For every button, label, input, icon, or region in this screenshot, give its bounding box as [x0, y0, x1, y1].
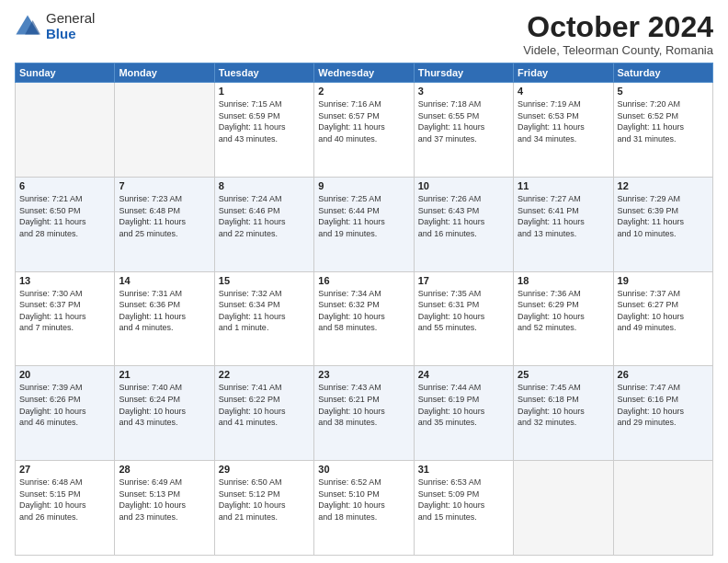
day-number: 4	[518, 86, 609, 97]
day-number: 30	[318, 464, 409, 475]
day-number: 13	[19, 275, 110, 286]
day-info: Sunrise: 7:37 AM Sunset: 6:27 PM Dayligh…	[618, 288, 709, 334]
table-row: 27Sunrise: 6:48 AM Sunset: 5:15 PM Dayli…	[16, 461, 115, 556]
day-info: Sunrise: 7:21 AM Sunset: 6:50 PM Dayligh…	[19, 193, 110, 239]
table-row: 10Sunrise: 7:26 AM Sunset: 6:43 PM Dayli…	[414, 177, 513, 271]
table-row: 24Sunrise: 7:44 AM Sunset: 6:19 PM Dayli…	[414, 366, 513, 461]
table-row: 22Sunrise: 7:41 AM Sunset: 6:22 PM Dayli…	[214, 366, 313, 461]
day-info: Sunrise: 7:47 AM Sunset: 6:16 PM Dayligh…	[618, 382, 709, 428]
subtitle: Videle, Teleorman County, Romania	[523, 43, 713, 57]
day-info: Sunrise: 7:32 AM Sunset: 6:34 PM Dayligh…	[219, 288, 310, 334]
day-number: 29	[219, 464, 310, 475]
table-row: 15Sunrise: 7:32 AM Sunset: 6:34 PM Dayli…	[214, 271, 313, 366]
table-row	[115, 83, 214, 178]
calendar-table: Sunday Monday Tuesday Wednesday Thursday…	[15, 63, 713, 556]
day-number: 15	[219, 275, 310, 286]
col-friday: Friday	[514, 63, 613, 83]
day-number: 8	[219, 180, 310, 191]
calendar-header-row: Sunday Monday Tuesday Wednesday Thursday…	[16, 63, 713, 83]
title-block: October 2024 Videle, Teleorman County, R…	[523, 11, 713, 57]
day-number: 28	[119, 464, 210, 475]
table-row: 8Sunrise: 7:24 AM Sunset: 6:46 PM Daylig…	[214, 177, 313, 271]
day-number: 7	[119, 180, 210, 191]
day-info: Sunrise: 7:19 AM Sunset: 6:53 PM Dayligh…	[518, 98, 609, 144]
calendar-week-row: 20Sunrise: 7:39 AM Sunset: 6:26 PM Dayli…	[16, 366, 713, 461]
day-info: Sunrise: 7:25 AM Sunset: 6:44 PM Dayligh…	[318, 193, 409, 239]
table-row	[613, 461, 712, 556]
col-tuesday: Tuesday	[214, 63, 313, 83]
day-info: Sunrise: 6:50 AM Sunset: 5:12 PM Dayligh…	[219, 477, 310, 523]
table-row: 11Sunrise: 7:27 AM Sunset: 6:41 PM Dayli…	[514, 177, 613, 271]
day-number: 10	[418, 180, 509, 191]
col-saturday: Saturday	[613, 63, 712, 83]
day-number: 24	[418, 369, 509, 380]
day-number: 20	[19, 369, 110, 380]
day-info: Sunrise: 7:36 AM Sunset: 6:29 PM Dayligh…	[518, 288, 609, 334]
day-number: 23	[318, 369, 409, 380]
calendar-week-row: 13Sunrise: 7:30 AM Sunset: 6:37 PM Dayli…	[16, 271, 713, 366]
day-number: 26	[618, 369, 709, 380]
table-row: 21Sunrise: 7:40 AM Sunset: 6:24 PM Dayli…	[115, 366, 214, 461]
calendar-week-row: 6Sunrise: 7:21 AM Sunset: 6:50 PM Daylig…	[16, 177, 713, 271]
day-info: Sunrise: 7:15 AM Sunset: 6:59 PM Dayligh…	[219, 98, 310, 144]
logo-icon	[15, 14, 40, 40]
calendar-page: General Blue October 2024 Videle, Teleor…	[0, 0, 728, 563]
table-row: 14Sunrise: 7:31 AM Sunset: 6:36 PM Dayli…	[115, 271, 214, 366]
day-number: 3	[418, 86, 509, 97]
table-row: 16Sunrise: 7:34 AM Sunset: 6:32 PM Dayli…	[314, 271, 414, 366]
day-info: Sunrise: 7:23 AM Sunset: 6:48 PM Dayligh…	[119, 193, 210, 239]
col-monday: Monday	[115, 63, 214, 83]
table-row: 29Sunrise: 6:50 AM Sunset: 5:12 PM Dayli…	[214, 461, 313, 556]
day-number: 17	[418, 275, 509, 286]
day-info: Sunrise: 7:34 AM Sunset: 6:32 PM Dayligh…	[318, 288, 409, 334]
day-info: Sunrise: 7:43 AM Sunset: 6:21 PM Dayligh…	[318, 382, 409, 428]
day-info: Sunrise: 6:48 AM Sunset: 5:15 PM Dayligh…	[19, 477, 110, 523]
day-info: Sunrise: 7:29 AM Sunset: 6:39 PM Dayligh…	[618, 193, 709, 239]
table-row: 1Sunrise: 7:15 AM Sunset: 6:59 PM Daylig…	[214, 83, 313, 178]
col-wednesday: Wednesday	[314, 63, 414, 83]
table-row: 25Sunrise: 7:45 AM Sunset: 6:18 PM Dayli…	[514, 366, 613, 461]
month-title: October 2024	[523, 11, 713, 43]
day-number: 18	[518, 275, 609, 286]
day-info: Sunrise: 6:49 AM Sunset: 5:13 PM Dayligh…	[119, 477, 210, 523]
day-info: Sunrise: 6:52 AM Sunset: 5:10 PM Dayligh…	[318, 477, 409, 523]
logo-general-text: General	[46, 11, 95, 27]
day-number: 6	[19, 180, 110, 191]
table-row: 9Sunrise: 7:25 AM Sunset: 6:44 PM Daylig…	[314, 177, 414, 271]
day-number: 31	[418, 464, 509, 475]
day-info: Sunrise: 7:45 AM Sunset: 6:18 PM Dayligh…	[518, 382, 609, 428]
table-row: 26Sunrise: 7:47 AM Sunset: 6:16 PM Dayli…	[613, 366, 712, 461]
day-info: Sunrise: 7:39 AM Sunset: 6:26 PM Dayligh…	[19, 382, 110, 428]
day-number: 25	[518, 369, 609, 380]
day-info: Sunrise: 7:26 AM Sunset: 6:43 PM Dayligh…	[418, 193, 509, 239]
day-number: 16	[318, 275, 409, 286]
logo-text: General Blue	[46, 11, 95, 41]
day-info: Sunrise: 7:44 AM Sunset: 6:19 PM Dayligh…	[418, 382, 509, 428]
col-thursday: Thursday	[414, 63, 513, 83]
table-row: 19Sunrise: 7:37 AM Sunset: 6:27 PM Dayli…	[613, 271, 712, 366]
table-row: 7Sunrise: 7:23 AM Sunset: 6:48 PM Daylig…	[115, 177, 214, 271]
day-number: 11	[518, 180, 609, 191]
table-row: 4Sunrise: 7:19 AM Sunset: 6:53 PM Daylig…	[514, 83, 613, 178]
logo: General Blue	[15, 11, 95, 41]
col-sunday: Sunday	[16, 63, 115, 83]
day-info: Sunrise: 7:18 AM Sunset: 6:55 PM Dayligh…	[418, 98, 509, 144]
table-row: 3Sunrise: 7:18 AM Sunset: 6:55 PM Daylig…	[414, 83, 513, 178]
table-row: 30Sunrise: 6:52 AM Sunset: 5:10 PM Dayli…	[314, 461, 414, 556]
table-row: 28Sunrise: 6:49 AM Sunset: 5:13 PM Dayli…	[115, 461, 214, 556]
table-row: 18Sunrise: 7:36 AM Sunset: 6:29 PM Dayli…	[514, 271, 613, 366]
day-info: Sunrise: 7:24 AM Sunset: 6:46 PM Dayligh…	[219, 193, 310, 239]
day-number: 14	[119, 275, 210, 286]
table-row: 31Sunrise: 6:53 AM Sunset: 5:09 PM Dayli…	[414, 461, 513, 556]
day-info: Sunrise: 7:31 AM Sunset: 6:36 PM Dayligh…	[119, 288, 210, 334]
day-number: 9	[318, 180, 409, 191]
day-info: Sunrise: 7:35 AM Sunset: 6:31 PM Dayligh…	[418, 288, 509, 334]
header: General Blue October 2024 Videle, Teleor…	[15, 11, 713, 57]
table-row: 6Sunrise: 7:21 AM Sunset: 6:50 PM Daylig…	[16, 177, 115, 271]
day-number: 5	[618, 86, 709, 97]
table-row: 20Sunrise: 7:39 AM Sunset: 6:26 PM Dayli…	[16, 366, 115, 461]
table-row: 12Sunrise: 7:29 AM Sunset: 6:39 PM Dayli…	[613, 177, 712, 271]
table-row: 5Sunrise: 7:20 AM Sunset: 6:52 PM Daylig…	[613, 83, 712, 178]
table-row: 23Sunrise: 7:43 AM Sunset: 6:21 PM Dayli…	[314, 366, 414, 461]
day-number: 22	[219, 369, 310, 380]
